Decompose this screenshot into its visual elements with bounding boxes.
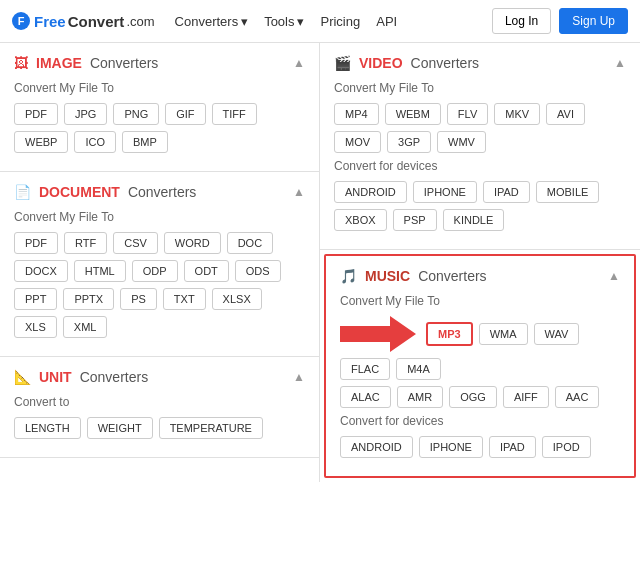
tag-mus-amr[interactable]: AMR (397, 386, 443, 408)
document-collapse-icon[interactable]: ▲ (293, 185, 305, 199)
tag-vid-flv[interactable]: FLV (447, 103, 488, 125)
tag-mus-m4a[interactable]: M4A (396, 358, 441, 380)
document-section-header: 📄 DOCUMENT Converters ▲ (14, 184, 305, 200)
tag-tiff[interactable]: TIFF (212, 103, 257, 125)
tag-bmp[interactable]: BMP (122, 131, 168, 153)
music-section-title: 🎵 MUSIC Converters (340, 268, 487, 284)
tag-mus-flac[interactable]: FLAC (340, 358, 390, 380)
tag-jpg[interactable]: JPG (64, 103, 107, 125)
unit-tags-row1: LENGTH WEIGHT TEMPERATURE (14, 417, 305, 439)
tag-mus-ipad[interactable]: IPAD (489, 436, 536, 458)
tag-mus-wav[interactable]: WAV (534, 323, 580, 345)
tag-ico[interactable]: ICO (74, 131, 116, 153)
tag-vid-wmv[interactable]: WMV (437, 131, 486, 153)
header: F FreeConvert.com Converters ▾ Tools ▾ P… (0, 0, 640, 43)
tag-mus-ipod[interactable]: IPOD (542, 436, 591, 458)
tag-doc-xls[interactable]: XLS (14, 316, 57, 338)
svg-marker-2 (340, 316, 416, 352)
tag-doc-xlsx[interactable]: XLSX (212, 288, 262, 310)
doc-tags-row4: XLS XML (14, 316, 305, 338)
image-tags-row2: WEBP ICO BMP (14, 131, 305, 153)
right-column: 🎬 VIDEO Converters ▲ Convert My File To … (320, 43, 640, 482)
tag-mus-aac[interactable]: AAC (555, 386, 600, 408)
tag-doc-pdf[interactable]: PDF (14, 232, 58, 254)
tag-vid-kindle[interactable]: KINDLE (443, 209, 505, 231)
header-left: F FreeConvert.com Converters ▾ Tools ▾ P… (12, 12, 397, 30)
video-icon: 🎬 (334, 55, 351, 71)
tag-vid-3gp[interactable]: 3GP (387, 131, 431, 153)
document-icon: 📄 (14, 184, 31, 200)
tag-png[interactable]: PNG (113, 103, 159, 125)
tag-vid-ipad[interactable]: IPAD (483, 181, 530, 203)
tag-mus-alac[interactable]: ALAC (340, 386, 391, 408)
tag-mus-wma[interactable]: WMA (479, 323, 528, 345)
tag-doc-html[interactable]: HTML (74, 260, 126, 282)
logo-dotcom: .com (126, 14, 154, 29)
tag-vid-psp[interactable]: PSP (393, 209, 437, 231)
tag-doc-pptx[interactable]: PPTX (63, 288, 114, 310)
nav: Converters ▾ Tools ▾ Pricing API (175, 14, 398, 29)
music-section-header: 🎵 MUSIC Converters ▲ (340, 268, 620, 284)
tag-doc-csv[interactable]: CSV (113, 232, 158, 254)
nav-tools[interactable]: Tools ▾ (264, 14, 304, 29)
tag-doc-ppt[interactable]: PPT (14, 288, 57, 310)
tag-mus-android[interactable]: ANDROID (340, 436, 413, 458)
tag-vid-iphone[interactable]: IPHONE (413, 181, 477, 203)
tag-doc-rtf[interactable]: RTF (64, 232, 107, 254)
music-keyword: MUSIC (365, 268, 410, 284)
tag-doc-ods[interactable]: ODS (235, 260, 281, 282)
unit-collapse-icon[interactable]: ▲ (293, 370, 305, 384)
chevron-icon: ▾ (241, 14, 248, 29)
tag-gif[interactable]: GIF (165, 103, 205, 125)
unit-section: 📐 UNIT Converters ▲ Convert to LENGTH WE… (0, 357, 319, 458)
tag-doc-word[interactable]: WORD (164, 232, 221, 254)
tag-doc-odt[interactable]: ODT (184, 260, 229, 282)
tag-unit-length[interactable]: LENGTH (14, 417, 81, 439)
video-convert-file-label: Convert My File To (334, 81, 626, 95)
tag-doc-doc[interactable]: DOC (227, 232, 273, 254)
tag-mus-iphone[interactable]: IPHONE (419, 436, 483, 458)
tag-mus-aiff[interactable]: AIFF (503, 386, 549, 408)
red-arrow (340, 316, 416, 352)
music-convert-file-label: Convert My File To (340, 294, 620, 308)
tag-webp[interactable]: WEBP (14, 131, 68, 153)
logo[interactable]: F FreeConvert.com (12, 12, 155, 30)
tag-vid-android[interactable]: ANDROID (334, 181, 407, 203)
tag-vid-avi[interactable]: AVI (546, 103, 585, 125)
tag-pdf[interactable]: PDF (14, 103, 58, 125)
nav-pricing[interactable]: Pricing (320, 14, 360, 29)
tag-doc-docx[interactable]: DOCX (14, 260, 68, 282)
video-convert-devices-label: Convert for devices (334, 159, 626, 173)
nav-converters[interactable]: Converters ▾ (175, 14, 249, 29)
tag-mus-mp3[interactable]: MP3 (426, 322, 473, 346)
left-column: 🖼 IMAGE Converters ▲ Convert My File To … (0, 43, 320, 482)
tag-doc-xml[interactable]: XML (63, 316, 108, 338)
tag-doc-ps[interactable]: PS (120, 288, 157, 310)
tag-vid-mobile[interactable]: MOBILE (536, 181, 600, 203)
tag-vid-webm[interactable]: WEBM (385, 103, 441, 125)
video-collapse-icon[interactable]: ▲ (614, 56, 626, 70)
video-section: 🎬 VIDEO Converters ▲ Convert My File To … (320, 43, 640, 250)
signup-button[interactable]: Sign Up (559, 8, 628, 34)
tag-vid-mov[interactable]: MOV (334, 131, 381, 153)
tag-unit-weight[interactable]: WEIGHT (87, 417, 153, 439)
tag-vid-mkv[interactable]: MKV (494, 103, 540, 125)
tag-doc-txt[interactable]: TXT (163, 288, 206, 310)
nav-api[interactable]: API (376, 14, 397, 29)
tag-mus-ogg[interactable]: OGG (449, 386, 497, 408)
tag-vid-xbox[interactable]: XBOX (334, 209, 387, 231)
tag-unit-temperature[interactable]: TEMPERATURE (159, 417, 263, 439)
tag-vid-mp4[interactable]: MP4 (334, 103, 379, 125)
video-keyword: VIDEO (359, 55, 403, 71)
image-collapse-icon[interactable]: ▲ (293, 56, 305, 70)
tag-doc-odp[interactable]: ODP (132, 260, 178, 282)
chevron-icon: ▾ (297, 14, 304, 29)
unit-section-header: 📐 UNIT Converters ▲ (14, 369, 305, 385)
music-section: 🎵 MUSIC Converters ▲ Convert My File To … (324, 254, 636, 478)
music-collapse-icon[interactable]: ▲ (608, 269, 620, 283)
image-icon: 🖼 (14, 55, 28, 71)
login-button[interactable]: Log In (492, 8, 551, 34)
music-file-tags-row1-with-arrow: MP3 WMA WAV FLAC M4A (340, 316, 620, 380)
unit-convert-label: Convert to (14, 395, 305, 409)
music-icon: 🎵 (340, 268, 357, 284)
